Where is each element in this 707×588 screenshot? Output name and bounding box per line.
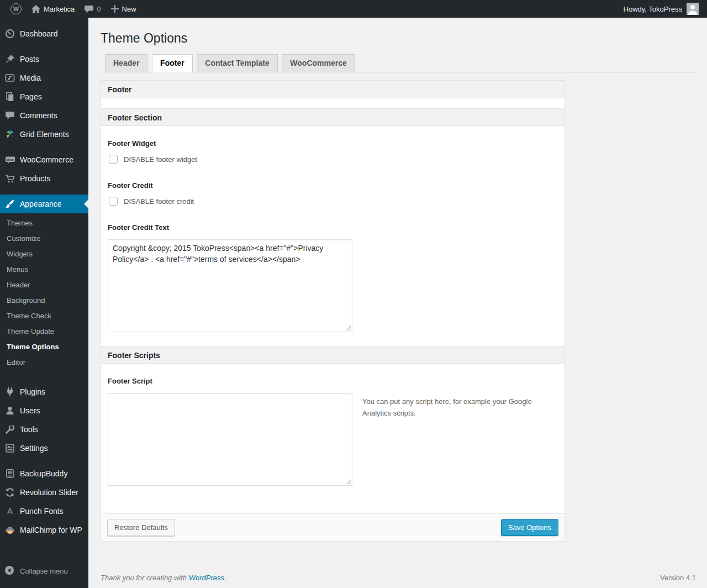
footer-section-content: Footer Widget DISABLE footer widget Foot… bbox=[101, 126, 564, 346]
sidebar-item-label: Media bbox=[20, 73, 41, 83]
sidebar-item-label: Appearance bbox=[20, 199, 62, 209]
footer-section-bar: Footer Section bbox=[101, 108, 564, 126]
sidebar-item-pages[interactable]: Pages bbox=[0, 87, 88, 106]
collapse-arrow-icon bbox=[4, 565, 15, 577]
refresh-arrows-icon bbox=[4, 487, 15, 497]
comments-icon bbox=[4, 111, 15, 120]
sidebar-item-appearance[interactable]: Appearance bbox=[0, 195, 88, 213]
sidebar-item-products[interactable]: Products bbox=[0, 169, 88, 188]
plugin-icon bbox=[4, 387, 15, 397]
footer-script-row: You can put any script here, for example… bbox=[108, 385, 558, 486]
submenu-background[interactable]: Background bbox=[0, 293, 88, 308]
footer-widget-label: Footer Widget bbox=[108, 139, 558, 148]
footer-credit-textarea-wrap: Copyright &copy; 2015 TokoPress<span><a … bbox=[108, 239, 352, 332]
footer-credit-checkbox-row: DISABLE footer credit bbox=[109, 197, 558, 206]
panel-title-bar: Footer bbox=[101, 81, 564, 98]
sidebar-item-label: Revolution Slider bbox=[20, 487, 78, 497]
comment-bubble-icon bbox=[85, 5, 93, 13]
avatar bbox=[687, 3, 699, 15]
disable-footer-widget-label: DISABLE footer widget bbox=[124, 155, 197, 164]
woocommerce-badge-icon: Woo bbox=[4, 155, 15, 165]
footer-script-textarea-wrap bbox=[108, 393, 352, 486]
wrench-icon bbox=[4, 424, 15, 434]
submenu-header[interactable]: Header bbox=[0, 277, 88, 293]
submenu-theme-options[interactable]: Theme Options bbox=[0, 339, 88, 355]
sidebar-item-label: Posts bbox=[20, 54, 39, 64]
submenu-menus[interactable]: Menus bbox=[0, 262, 88, 277]
tab-header[interactable]: Header bbox=[105, 54, 147, 72]
sidebar-item-dashboard[interactable]: Dashboard bbox=[0, 24, 88, 43]
wordpress-logo-menu[interactable] bbox=[6, 0, 27, 18]
tab-footer[interactable]: Footer bbox=[152, 54, 193, 72]
sidebar-item-plugins[interactable]: Plugins bbox=[0, 382, 88, 401]
sidebar-item-label: MailChimp for WP bbox=[20, 525, 82, 535]
sidebar-item-grid-elements[interactable]: Grid Elements bbox=[0, 125, 88, 144]
sidebar-item-label: Tools bbox=[20, 424, 38, 434]
footer-script-label: Footer Script bbox=[108, 377, 558, 385]
sidebar-item-mailchimp[interactable]: MailChimp for WP bbox=[0, 521, 88, 539]
disable-footer-credit-label: DISABLE footer credit bbox=[124, 197, 194, 206]
save-options-button[interactable]: Save Options bbox=[501, 519, 558, 536]
thank-you-suffix: . bbox=[224, 574, 226, 582]
thank-you-text: Thank you for creating with WordPress. bbox=[101, 574, 226, 582]
submenu-themes[interactable]: Themes bbox=[0, 216, 88, 231]
footer-credit-text-label: Footer Credit Text bbox=[108, 223, 558, 232]
footer-script-input[interactable] bbox=[108, 393, 352, 486]
media-icon bbox=[4, 73, 15, 83]
sidebar-item-label: Products bbox=[20, 174, 50, 183]
sidebar-item-label: Plugins bbox=[20, 387, 45, 397]
sidebar-item-media[interactable]: Media bbox=[0, 69, 88, 87]
paintbrush-icon bbox=[4, 199, 15, 209]
restore-defaults-button[interactable]: Restore Defaults bbox=[107, 519, 175, 536]
site-name-label: Marketica bbox=[44, 5, 75, 13]
sidebar-item-posts[interactable]: Posts bbox=[0, 50, 88, 69]
submenu-widgets[interactable]: Widgets bbox=[0, 246, 88, 262]
page-title: Theme Options bbox=[101, 30, 696, 46]
tab-contact-template[interactable]: Contact Template bbox=[197, 54, 277, 72]
grid-elements-pinwheel-icon bbox=[4, 129, 15, 139]
sidebar-item-label: Punch Fonts bbox=[20, 506, 64, 516]
submenu-theme-check[interactable]: Theme Check bbox=[0, 308, 88, 324]
footer-credit-text-input[interactable]: Copyright &copy; 2015 TokoPress<span><a … bbox=[108, 239, 352, 332]
sidebar-item-label: Dashboard bbox=[20, 29, 58, 39]
greeting-label: Howdy, TokoPress bbox=[624, 5, 682, 13]
disable-footer-widget-checkbox[interactable] bbox=[109, 155, 118, 164]
sidebar-item-revolution-slider[interactable]: Revolution Slider bbox=[0, 483, 88, 502]
appearance-submenu: Themes Customize Widgets Menus Header Ba… bbox=[0, 213, 88, 376]
footer-credit-label: Footer Credit bbox=[108, 181, 558, 190]
site-name-link[interactable]: Marketica bbox=[27, 0, 80, 18]
sidebar-item-label: Pages bbox=[20, 92, 42, 102]
letter-a-icon: A bbox=[4, 506, 15, 516]
disable-footer-credit-checkbox[interactable] bbox=[109, 197, 118, 206]
sidebar-item-users[interactable]: Users bbox=[0, 401, 88, 420]
submenu-theme-update[interactable]: Theme Update bbox=[0, 324, 88, 339]
tab-woocommerce[interactable]: WooCommerce bbox=[282, 54, 355, 72]
sidebar-item-comments[interactable]: Comments bbox=[0, 106, 88, 125]
thank-you-prefix: Thank you for creating with bbox=[101, 574, 187, 582]
admin-bar: Marketica 0 New Howdy, TokoPress bbox=[0, 0, 707, 18]
new-label: New bbox=[122, 5, 136, 13]
sidebar-item-settings[interactable]: Settings bbox=[0, 439, 88, 458]
admin-sidebar: Dashboard Posts Media Pages Comments bbox=[0, 18, 88, 588]
comments-count: 0 bbox=[97, 5, 101, 13]
spacer bbox=[108, 164, 558, 181]
sidebar-item-backupbuddy[interactable]: BackupBuddy bbox=[0, 464, 88, 483]
wordpress-link[interactable]: WordPress bbox=[189, 574, 224, 582]
footer-scripts-bar: Footer Scripts bbox=[101, 346, 564, 364]
sidebar-item-woocommerce[interactable]: Woo WooCommerce bbox=[0, 150, 88, 169]
sidebar-item-punch-fonts[interactable]: A Punch Fonts bbox=[0, 502, 88, 521]
sidebar-item-tools[interactable]: Tools bbox=[0, 420, 88, 439]
submenu-customize[interactable]: Customize bbox=[0, 231, 88, 246]
new-content-link[interactable]: New bbox=[106, 0, 141, 18]
comments-admin-link[interactable]: 0 bbox=[80, 0, 105, 18]
svg-text:Woo: Woo bbox=[6, 158, 14, 161]
pushpin-icon bbox=[4, 54, 15, 64]
panel-footer: Restore Defaults Save Options bbox=[101, 513, 564, 541]
collapse-menu-button[interactable]: Collapse menu bbox=[0, 561, 88, 581]
spacer bbox=[108, 206, 558, 223]
howdy-account-link[interactable]: Howdy, TokoPress bbox=[622, 0, 700, 18]
sidebar-item-label: Settings bbox=[20, 443, 48, 453]
submenu-editor[interactable]: Editor bbox=[0, 355, 88, 370]
page-footer: Thank you for creating with WordPress. V… bbox=[101, 574, 696, 582]
tab-bar: Header Footer Contact Template WooCommer… bbox=[101, 54, 696, 72]
